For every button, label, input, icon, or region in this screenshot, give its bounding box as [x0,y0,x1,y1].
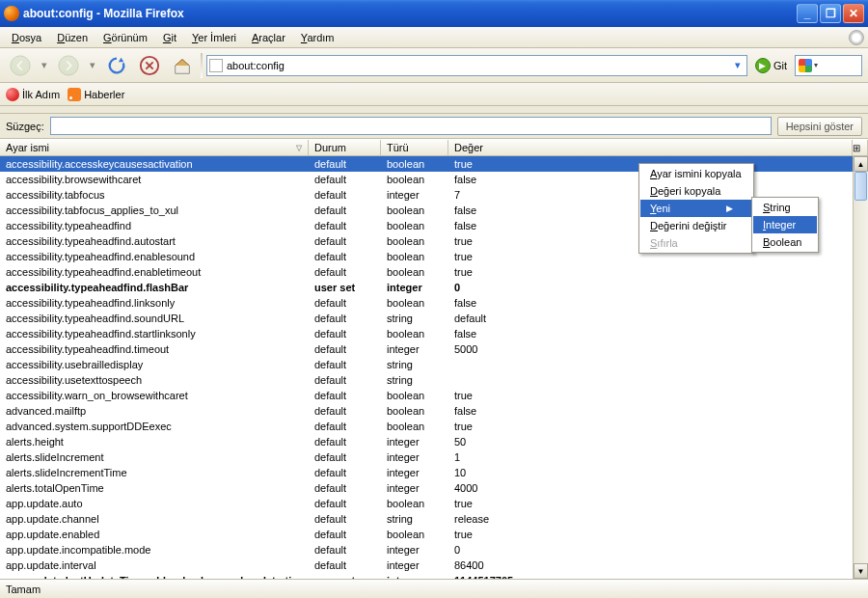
column-type[interactable]: Türü [381,140,448,155]
scroll-up-button[interactable]: ▲ [854,156,868,172]
maximize-button[interactable]: ❐ [820,4,841,23]
submenu-item-integer[interactable]: Integer [753,216,817,233]
pref-type: boolean [381,528,448,541]
pref-type: integer [381,481,448,495]
pref-type: string [381,358,448,371]
menu-git[interactable]: Git [155,30,184,45]
pref-status: default [309,296,381,310]
back-button[interactable] [6,52,35,79]
menu-düzen[interactable]: Düzen [49,30,95,45]
table-row[interactable]: app.update.autodefaultbooleantrue [0,496,853,511]
table-row[interactable]: app.update.incompatible.modedefaultinteg… [0,542,853,557]
pref-name: accessibility.tabfocus [0,188,309,202]
pref-status: default [309,234,381,248]
table-row[interactable]: alerts.totalOpenTimedefaultinteger4000 [0,480,853,496]
search-dropdown[interactable]: ▾ [814,61,818,69]
pref-status: default [309,342,381,356]
table-row[interactable]: app.update.lastUpdateTime.addon-backgrou… [0,573,853,579]
table-row[interactable]: accessibility.usetexttospeechdefaultstri… [0,372,853,388]
vertical-scrollbar[interactable]: ▲ ▼ [853,156,868,579]
bookmarks-toolbar: İlk AdımHaberler [0,83,868,106]
pref-name: accessibility.usebrailledisplay [0,358,309,371]
column-picker[interactable]: ⊞ [853,140,868,155]
submenu-item-string[interactable]: String [753,199,817,216]
table-row[interactable]: accessibility.typeaheadfind.timeoutdefau… [0,341,853,357]
submenu-item-boolean[interactable]: Boolean [753,233,817,251]
pref-value: 5000 [448,342,853,356]
bookmark-icon [68,88,81,101]
close-button[interactable]: ✕ [843,4,864,23]
filter-input[interactable] [50,117,772,135]
sort-indicator-icon: ▽ [296,144,302,152]
pref-status: default [309,512,381,526]
scroll-down-button[interactable]: ▼ [854,563,868,579]
table-row[interactable]: accessibility.typeaheadfind.enabletimeou… [0,264,853,280]
url-bar[interactable]: ▾ [206,55,747,76]
minimize-button[interactable]: _ [797,4,818,23]
column-value[interactable]: Değer [448,140,853,155]
table-row[interactable]: accessibility.warn_on_browsewithcaretdef… [0,388,853,403]
pref-value: 86400 [448,558,853,572]
pref-type: integer [381,342,448,356]
bookmark-item[interactable]: İlk Adım [6,88,60,101]
column-name[interactable]: Ayar ismi▽ [0,140,309,155]
forward-dropdown[interactable]: ▾ [87,52,98,79]
pref-name: app.update.enabled [0,528,309,541]
pref-type: boolean [381,404,448,418]
reload-button[interactable] [102,52,131,79]
menu-görünüm[interactable]: Görünüm [95,30,155,45]
pref-name: app.update.interval [0,558,309,572]
context-menu[interactable]: Ayar ismini kopyalaDeğeri kopyalaYeni▶De… [638,163,754,254]
column-status[interactable]: Durum [309,140,381,155]
url-dropdown[interactable]: ▾ [731,59,745,71]
table-row[interactable]: advanced.system.supportDDEexecdefaultboo… [0,419,853,434]
menu-araçlar[interactable]: Araçlar [244,30,293,45]
table-row[interactable]: app.update.enableddefaultbooleantrue [0,527,853,542]
stop-button[interactable] [135,52,164,79]
scroll-thumb[interactable] [854,172,867,201]
context-item: Sıfırla [640,234,752,252]
table-row[interactable]: alerts.slideIncrementTimedefaultinteger1… [0,465,853,480]
url-input[interactable] [227,60,731,71]
home-button[interactable] [168,52,197,79]
pref-name: accessibility.typeaheadfind.timeout [0,342,309,356]
table-row[interactable]: alerts.heightdefaultinteger50 [0,434,853,449]
new-submenu[interactable]: StringIntegerBoolean [751,197,819,253]
table-row[interactable]: app.update.channeldefaultstringrelease [0,511,853,527]
menu-dosya[interactable]: Dosya [4,30,49,45]
go-label: Git [773,60,787,71]
pref-status: default [309,265,381,279]
pref-status: default [309,466,381,479]
pref-name: app.update.lastUpdateTime.addon-backgrou… [0,574,309,579]
context-item[interactable]: Değeri kopyala [640,182,752,200]
svg-point-1 [59,55,78,74]
forward-button[interactable] [54,52,83,79]
pref-name: accessibility.typeaheadfind.enabletimeou… [0,265,309,279]
table-row[interactable]: accessibility.usebrailledisplaydefaultst… [0,357,853,372]
pref-type: boolean [381,234,448,248]
go-button[interactable]: ▶ Git [751,58,791,73]
show-all-button[interactable]: Hepsini göster [777,117,862,136]
search-bar[interactable]: ▾ [795,55,862,76]
pref-status: default [309,435,381,448]
pref-type: boolean [381,157,448,171]
pref-value: false [448,296,853,310]
bookmark-icon [6,88,19,101]
table-row[interactable]: accessibility.typeaheadfind.soundURLdefa… [0,311,853,326]
table-row[interactable]: advanced.mailftpdefaultbooleanfalse [0,403,853,419]
bookmark-item[interactable]: Haberler [68,88,124,101]
menu-yardım[interactable]: Yardım [293,30,342,45]
navigation-toolbar: ▾ ▾ ▾ ▶ Git ▾ [0,48,868,83]
table-row[interactable]: app.update.intervaldefaultinteger86400 [0,557,853,573]
table-row[interactable]: accessibility.typeaheadfind.flashBaruser… [0,280,853,295]
context-item[interactable]: Ayar ismini kopyala [640,165,752,182]
table-row[interactable]: accessibility.typeaheadfind.startlinkson… [0,326,853,341]
scroll-track[interactable] [854,172,868,563]
context-item[interactable]: Değerini değiştir [640,217,752,234]
table-row[interactable]: alerts.slideIncrementdefaultinteger1 [0,449,853,465]
table-row[interactable]: accessibility.typeaheadfind.linksonlydef… [0,295,853,311]
back-dropdown[interactable]: ▾ [39,52,50,79]
pref-status: default [309,481,381,495]
menu-yer i̇mleri[interactable]: Yer İmleri [184,30,244,45]
context-item[interactable]: Yeni▶ [640,200,752,217]
